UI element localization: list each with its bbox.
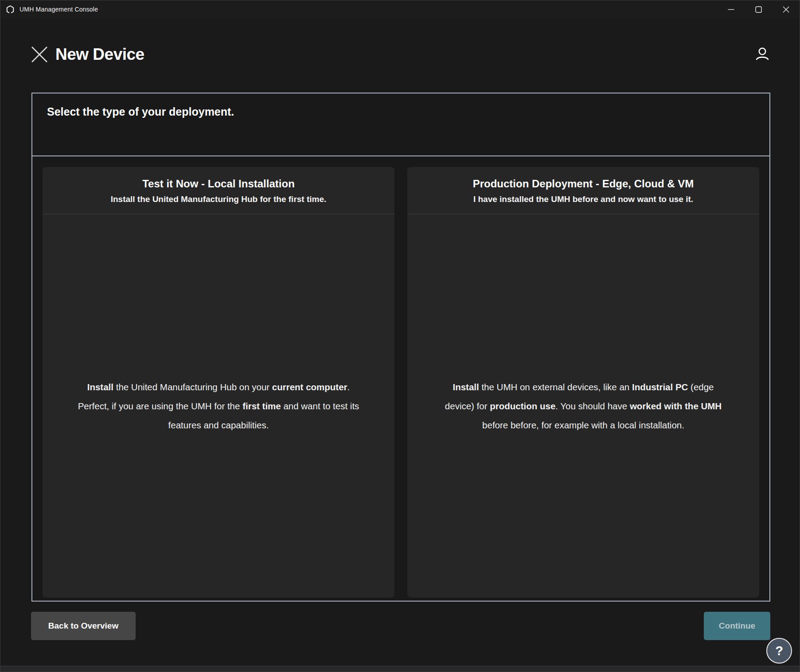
panel-heading-area: Select the type of your deployment. xyxy=(32,93,769,156)
continue-button[interactable]: Continue xyxy=(704,612,770,640)
card-description: Install the United Manufacturing Hub on … xyxy=(72,377,365,435)
help-button[interactable]: ? xyxy=(766,638,792,664)
window-bottom-edge xyxy=(0,666,800,672)
page-title: New Device xyxy=(55,45,144,64)
card-header: Production Deployment - Edge, Cloud & VM… xyxy=(407,167,759,214)
maximize-button[interactable] xyxy=(745,0,772,18)
card-title: Production Deployment - Edge, Cloud & VM xyxy=(416,178,750,190)
user-icon xyxy=(753,46,771,63)
page-header: New Device xyxy=(30,45,772,64)
deployment-panel: Select the type of your deployment. Test… xyxy=(31,93,770,602)
card-header: Test it Now - Local Installation Install… xyxy=(43,167,394,214)
close-dialog-button[interactable] xyxy=(30,45,49,64)
close-icon xyxy=(30,45,49,64)
window-controls xyxy=(717,0,800,18)
user-account-button[interactable] xyxy=(753,45,772,64)
maximize-icon xyxy=(755,6,762,13)
back-to-overview-button[interactable]: Back to Overview xyxy=(31,612,136,640)
card-body: Install the United Manufacturing Hub on … xyxy=(43,214,394,598)
card-local-installation[interactable]: Test it Now - Local Installation Install… xyxy=(43,167,394,598)
card-description: Install the UMH on external devices, lik… xyxy=(437,377,730,435)
card-body: Install the UMH on external devices, lik… xyxy=(407,214,759,598)
close-window-icon xyxy=(783,6,789,13)
footer-actions: Back to Overview Continue xyxy=(31,612,770,640)
app-window: { "window": { "title": "UMH Management C… xyxy=(0,0,800,672)
deployment-options: Test it Now - Local Installation Install… xyxy=(32,156,769,598)
card-subtitle: Install the United Manufacturing Hub for… xyxy=(51,194,386,204)
app-logo-icon xyxy=(6,4,16,14)
card-title: Test it Now - Local Installation xyxy=(51,178,386,190)
window-title: UMH Management Console xyxy=(20,6,98,13)
minimize-icon xyxy=(728,6,734,13)
close-window-button[interactable] xyxy=(772,0,800,18)
card-production-deployment[interactable]: Production Deployment - Edge, Cloud & VM… xyxy=(407,167,759,598)
minimize-button[interactable] xyxy=(717,0,745,18)
titlebar: UMH Management Console xyxy=(0,0,800,18)
panel-heading: Select the type of your deployment. xyxy=(47,105,755,118)
card-subtitle: I have installed the UMH before and now … xyxy=(416,194,750,204)
